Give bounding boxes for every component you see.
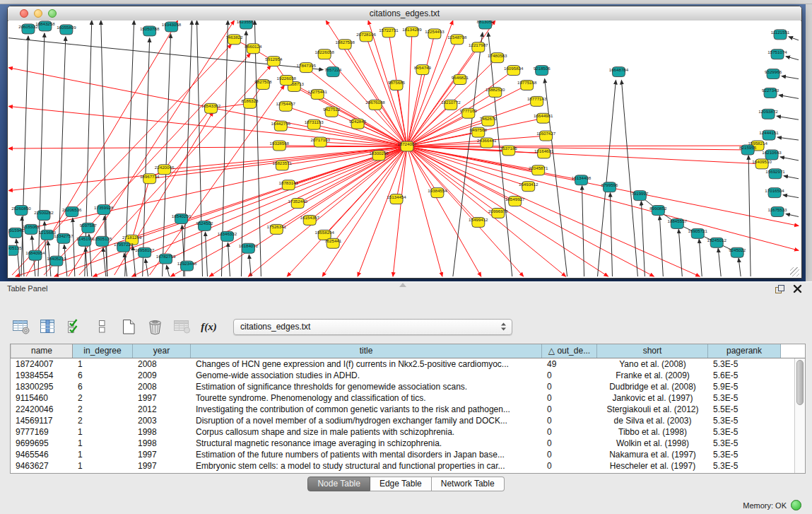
graph-node-20206536[interactable]: 20206536 <box>62 207 82 217</box>
table-row[interactable]: 946554611997Estimation of the future num… <box>11 449 794 460</box>
table-selector-dropdown[interactable]: citations_edges.txt <box>233 319 512 335</box>
graph-node-20996978[interactable]: 20996978 <box>488 209 508 218</box>
graph-node-8990852[interactable]: 8990852 <box>649 206 667 216</box>
graph-node-9827508[interactable]: 9827508 <box>254 80 272 90</box>
graph-node-8799596[interactable]: 8799596 <box>601 182 618 192</box>
graph-node-12923448[interactable]: 12923448 <box>177 261 197 271</box>
graph-node-15823571[interactable]: 15823571 <box>273 160 293 170</box>
graph-node-16543362[interactable]: 16543362 <box>201 103 221 113</box>
table-scrollbar[interactable] <box>794 358 805 473</box>
table-row[interactable]: 1872400712008Changes of HCN gene express… <box>11 358 794 370</box>
graph-node-11121551[interactable]: 11121551 <box>771 30 790 40</box>
graph-node-15722731[interactable]: 15722731 <box>379 28 399 37</box>
graph-node-18777143[interactable]: 18777143 <box>527 96 547 106</box>
column-header-name[interactable]: name <box>11 344 73 358</box>
graph-node-7857224[interactable]: 7857224 <box>324 67 342 77</box>
network-canvas[interactable]: 1872400717847395203587131275445716442756… <box>8 21 801 278</box>
graph-node-7462670[interactable]: 7462670 <box>480 116 498 126</box>
graph-node-8215955[interactable]: 8215955 <box>739 145 757 155</box>
graph-node-15499412[interactable]: 15499412 <box>469 217 488 227</box>
graph-node-9427512[interactable]: 9427512 <box>323 107 341 117</box>
graph-node-20728106[interactable]: 20728106 <box>356 32 376 42</box>
column-header-title[interactable]: title <box>191 344 542 358</box>
graph-node-19827508[interactable]: 19827508 <box>335 40 355 49</box>
graph-node-22045871[interactable]: 22045871 <box>529 165 548 175</box>
graph-node-8660124[interactable]: 8660124 <box>245 44 262 54</box>
table-row[interactable]: 911546021997Tourette syndrome. Phenomeno… <box>11 392 794 404</box>
graph-node-22420046[interactable]: 22420046 <box>155 165 175 175</box>
graph-node-18783141[interactable]: 18783141 <box>279 180 299 190</box>
graph-node-15692971[interactable]: 15692971 <box>765 169 785 179</box>
import-table-button[interactable] <box>172 317 192 337</box>
graph-node-11548708[interactable]: 11548708 <box>447 35 467 45</box>
graph-node-8813054[interactable]: 8813054 <box>477 21 495 29</box>
graph-node-18540250[interactable]: 18540250 <box>172 214 192 223</box>
graph-node-18731193[interactable]: 18731193 <box>305 119 324 129</box>
graph-node-18226058[interactable]: 18226058 <box>314 49 334 59</box>
graph-node-19343058[interactable]: 19343058 <box>162 22 182 32</box>
graph-node-16782759[interactable]: 16782759 <box>156 254 176 264</box>
column-header-year[interactable]: year <box>133 344 191 358</box>
graph-node-16958107[interactable]: 16958107 <box>135 247 155 257</box>
graph-node-19328568[interactable]: 19328568 <box>270 141 290 151</box>
graph-node-9218506[interactable]: 9218506 <box>534 66 551 76</box>
graph-node-15134408[interactable]: 15134408 <box>572 175 592 185</box>
graph-node-18549927[interactable]: 18549927 <box>505 197 525 206</box>
graph-node-16840954[interactable]: 16840954 <box>25 250 45 260</box>
graph-node-17480583[interactable]: 17480583 <box>488 53 507 63</box>
graph-node-18967734[interactable]: 18967734 <box>140 174 160 184</box>
graph-node-7463822[interactable]: 7463822 <box>225 35 243 45</box>
window-resize-grip[interactable] <box>790 267 799 276</box>
graph-node-9777169[interactable]: 9777169 <box>460 108 478 118</box>
graph-node-13346332[interactable]: 13346332 <box>218 231 237 241</box>
graph-node-1335061[interactable]: 1335061 <box>23 224 40 234</box>
graph-node-9524502[interactable]: 9524502 <box>196 221 213 230</box>
graph-node-16210643[interactable]: 16210643 <box>762 150 782 160</box>
window-titlebar[interactable]: citations_edges.txt <box>8 6 801 21</box>
graph-node-16409510[interactable]: 16409510 <box>752 159 772 169</box>
graph-node-16648784[interactable]: 16648784 <box>609 67 629 77</box>
graph-node-11607427[interactable]: 11607427 <box>536 131 556 141</box>
new-table-button[interactable] <box>119 317 138 337</box>
graph-node-13164601[interactable]: 13164601 <box>534 148 554 158</box>
column-header-in_degree[interactable]: in_degree <box>73 344 133 358</box>
select-all-rows-button[interactable] <box>65 317 84 337</box>
graph-node-17359928[interactable]: 17359928 <box>94 205 114 215</box>
graph-node-9227343[interactable]: 9227343 <box>762 88 779 98</box>
graph-node-8186328[interactable]: 8186328 <box>241 98 259 108</box>
table-row[interactable]: 946362711997Embryonic stem cells: a mode… <box>11 460 794 472</box>
graph-node-9097587[interactable]: 9097587 <box>80 223 98 233</box>
graph-node-16095834[interactable]: 16095834 <box>504 66 524 76</box>
graph-node-8454749[interactable]: 8454749 <box>414 65 432 75</box>
graph-node-7537185[interactable]: 7537185 <box>500 146 518 156</box>
graph-node-18843258[interactable]: 18843258 <box>35 21 55 31</box>
graph-node-25260850[interactable]: 25260850 <box>11 206 31 216</box>
scrollbar-thumb[interactable] <box>796 360 804 405</box>
tab-edge-table[interactable]: Edge Table <box>370 477 432 491</box>
graph-node-12254493[interactable]: 12254493 <box>425 29 445 39</box>
graph-node-12754457[interactable]: 12754457 <box>276 101 296 111</box>
graph-node-19210772[interactable]: 19210772 <box>441 100 461 110</box>
graph-node-7625441[interactable]: 7625441 <box>324 238 342 248</box>
graph-node-15493412[interactable]: 15493412 <box>519 182 539 192</box>
table-settings-button[interactable] <box>11 317 30 337</box>
graph-node-17847395[interactable]: 17847395 <box>297 63 317 73</box>
graph-node-12217987[interactable]: 12217987 <box>469 42 488 52</box>
graph-node-16442756[interactable]: 16442756 <box>271 121 291 131</box>
graph-node-7919997[interactable]: 7919997 <box>631 191 649 201</box>
graph-node-5912954[interactable]: 5912954 <box>265 57 283 66</box>
column-header-pagerank[interactable]: pagerank <box>708 344 781 358</box>
graph-node-9646821[interactable]: 9646821 <box>452 75 469 85</box>
graph-node-21500282[interactable]: 21500282 <box>34 211 54 221</box>
graph-node-17016504[interactable]: 17016504 <box>765 188 784 198</box>
table-row[interactable]: 1456911722003Disruption of a novel membe… <box>11 415 794 426</box>
graph-node-13342757[interactable]: 13342757 <box>54 233 73 243</box>
graph-node-15050788[interactable]: 15050788 <box>140 26 160 36</box>
column-header-out_de[interactable]: △ out_de... <box>542 344 597 358</box>
graph-node-16235581[interactable]: 16235581 <box>237 21 257 29</box>
graph-node-18134289[interactable]: 18134289 <box>402 27 422 37</box>
function-builder-button[interactable]: f(x) <box>199 317 218 337</box>
graph-node-12444151[interactable]: 12444151 <box>759 130 779 140</box>
graph-node-17957223[interactable]: 17957223 <box>114 242 134 252</box>
graph-node-16154367[interactable]: 16154367 <box>300 215 320 225</box>
